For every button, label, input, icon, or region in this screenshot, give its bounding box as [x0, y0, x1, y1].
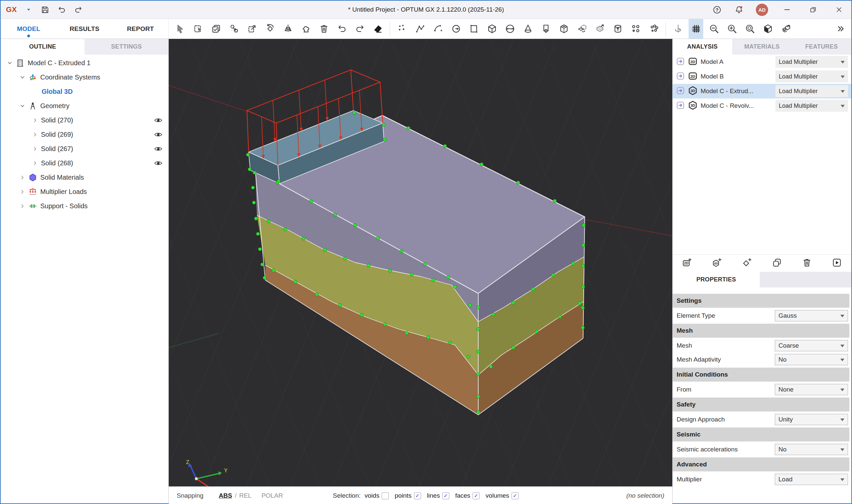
geometry-point[interactable] — [383, 138, 386, 141]
polyline-tool[interactable] — [413, 19, 427, 39]
geometry-point[interactable] — [376, 236, 380, 240]
geometry-point[interactable] — [582, 264, 585, 268]
geometry-point[interactable] — [448, 341, 451, 344]
geometry-point[interactable] — [309, 200, 313, 203]
geometry-point[interactable] — [477, 373, 480, 376]
geometry-point[interactable] — [516, 181, 520, 184]
analysis-type-select[interactable]: Load Multiplier — [776, 100, 848, 112]
mesh-view-tool[interactable] — [778, 19, 793, 39]
user-avatar[interactable]: AD — [756, 4, 768, 16]
geometry-point[interactable] — [423, 263, 427, 266]
geometry-point[interactable] — [558, 315, 562, 318]
duplicate-button[interactable] — [772, 257, 782, 269]
zoom-in-tool[interactable] — [725, 19, 739, 39]
geometry-point[interactable] — [360, 313, 363, 317]
geometry-point[interactable] — [447, 275, 450, 279]
geometry-point[interactable] — [384, 323, 387, 326]
chevron-down-toggle[interactable] — [5, 60, 14, 66]
visibility-toggle[interactable] — [153, 144, 163, 154]
delete-tool[interactable] — [317, 19, 331, 39]
section-box-tool[interactable] — [761, 19, 775, 39]
geometry-point[interactable] — [248, 168, 251, 171]
chevron-right-toggle[interactable] — [18, 174, 26, 181]
redo-button[interactable] — [74, 5, 84, 15]
geometry-point[interactable] — [261, 263, 264, 266]
lines-checkbox[interactable]: ✓ — [442, 492, 449, 499]
mirror-tool[interactable] — [281, 19, 295, 39]
geometry-point[interactable] — [453, 285, 457, 288]
geometry-point[interactable] — [489, 365, 493, 368]
faces-checkbox[interactable]: ✓ — [473, 492, 480, 499]
property-select[interactable]: No — [775, 444, 848, 455]
analysis-type-select[interactable]: Load Multiplier — [776, 71, 848, 83]
chevron-right-toggle[interactable] — [31, 146, 39, 152]
tree-item-global-3d[interactable]: Global 3D — [1, 85, 168, 99]
select-tool[interactable] — [173, 19, 188, 39]
tab-results[interactable]: RESULTS — [57, 19, 112, 39]
filter-points[interactable]: points✓ — [395, 492, 421, 499]
help-button[interactable]: ? — [712, 5, 722, 15]
geometry-point[interactable] — [581, 306, 584, 309]
restore-button[interactable] — [806, 6, 820, 14]
geometry-point[interactable] — [334, 213, 337, 216]
geometry-point[interactable] — [443, 144, 447, 148]
geometry-point[interactable] — [535, 330, 538, 333]
geometry-point[interactable] — [551, 273, 555, 277]
geometry-point[interactable] — [571, 262, 575, 265]
move-tool[interactable] — [227, 19, 241, 39]
filter-lines[interactable]: lines✓ — [427, 492, 449, 499]
points-checkbox[interactable]: ✓ — [414, 492, 421, 499]
geometry-point[interactable] — [353, 111, 356, 114]
tab-model[interactable]: MODEL — [1, 19, 57, 39]
analysis-type-select[interactable]: Load Multiplier — [776, 85, 848, 97]
sphere-tool[interactable] — [502, 19, 517, 39]
tree-item-solid-268[interactable]: Solid (268) — [1, 156, 168, 170]
geometry-point[interactable] — [467, 355, 470, 358]
volumes-checkbox[interactable]: ✓ — [512, 492, 518, 499]
geometry-point[interactable] — [388, 269, 392, 272]
open-model-button[interactable] — [676, 101, 685, 111]
geometry-point[interactable] — [468, 303, 472, 307]
geometry-point[interactable] — [256, 232, 260, 236]
geometry-point[interactable] — [367, 264, 370, 267]
extrude-tool[interactable] — [574, 19, 589, 39]
close-button[interactable] — [832, 6, 846, 14]
tree-item-solid-270[interactable]: Solid (270) — [1, 113, 168, 127]
select-filter[interactable] — [209, 19, 223, 39]
rel-mode-toggle[interactable]: REL — [239, 492, 252, 499]
geometry-point[interactable] — [246, 153, 250, 156]
voids-checkbox[interactable] — [382, 492, 389, 499]
open-model-button[interactable] — [676, 72, 685, 82]
property-select[interactable]: No — [775, 354, 848, 365]
notifications-button[interactable] — [734, 5, 744, 15]
geometry-point[interactable] — [582, 223, 585, 227]
revolve-tool[interactable] — [610, 19, 625, 39]
property-select[interactable]: Coarse — [775, 340, 848, 351]
tab-settings[interactable]: SETTINGS — [85, 39, 168, 55]
pattern-tool[interactable] — [628, 19, 643, 39]
undo-button[interactable] — [57, 5, 67, 15]
geometry-point[interactable] — [553, 199, 556, 203]
geometry-point[interactable] — [407, 126, 410, 130]
geometry-point[interactable] — [512, 301, 515, 304]
geometry-point[interactable] — [263, 276, 266, 280]
analysis-type-select[interactable]: Load Multiplier — [776, 56, 848, 68]
tab-features[interactable]: FEATURES — [792, 39, 851, 55]
app-menu-button[interactable] — [24, 5, 34, 15]
more-tools[interactable] — [833, 19, 847, 39]
geometry-point[interactable] — [477, 350, 480, 353]
loft-tool[interactable] — [592, 19, 607, 39]
chevron-right-toggle[interactable] — [18, 203, 26, 209]
geometry-point[interactable] — [253, 171, 256, 174]
tree-item-model-c-extruded-1[interactable]: Model C - Extruded 1 — [1, 56, 168, 70]
geometry-point[interactable] — [405, 331, 408, 335]
geometry-point[interactable] — [338, 303, 342, 307]
filter-faces[interactable]: faces✓ — [455, 492, 480, 499]
geometry-point[interactable] — [323, 248, 327, 252]
open-model-button[interactable] — [676, 86, 685, 96]
chevron-right-toggle[interactable] — [31, 117, 39, 123]
geometry-point[interactable] — [267, 219, 270, 223]
property-select[interactable]: Load — [775, 474, 848, 485]
model-row-model-c-extrud[interactable]: 3DModel C - Extrud...Load Multiplier — [673, 84, 851, 98]
property-select[interactable]: None — [775, 384, 848, 395]
